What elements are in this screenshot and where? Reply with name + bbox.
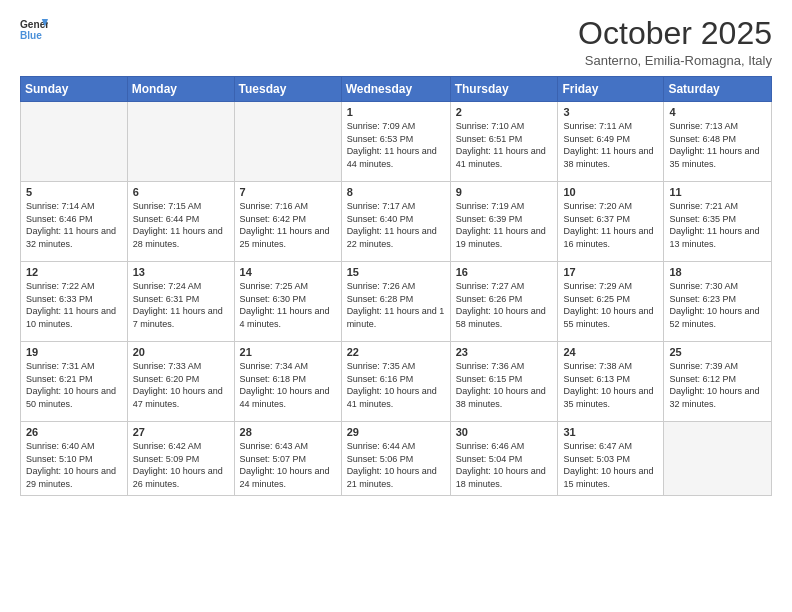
day-info: Sunrise: 7:39 AM Sunset: 6:12 PM Dayligh… [669,360,766,410]
calendar-cell: 10Sunrise: 7:20 AM Sunset: 6:37 PM Dayli… [558,182,664,262]
calendar-cell: 16Sunrise: 7:27 AM Sunset: 6:26 PM Dayli… [450,262,558,342]
calendar-cell: 22Sunrise: 7:35 AM Sunset: 6:16 PM Dayli… [341,342,450,422]
calendar-cell: 19Sunrise: 7:31 AM Sunset: 6:21 PM Dayli… [21,342,128,422]
day-number: 17 [563,266,658,278]
page-title: October 2025 [578,16,772,51]
col-thursday: Thursday [450,77,558,102]
day-info: Sunrise: 6:43 AM Sunset: 5:07 PM Dayligh… [240,440,336,490]
calendar-week-2: 5Sunrise: 7:14 AM Sunset: 6:46 PM Daylig… [21,182,772,262]
calendar-week-4: 19Sunrise: 7:31 AM Sunset: 6:21 PM Dayli… [21,342,772,422]
calendar-cell: 7Sunrise: 7:16 AM Sunset: 6:42 PM Daylig… [234,182,341,262]
calendar-cell: 31Sunrise: 6:47 AM Sunset: 5:03 PM Dayli… [558,422,664,495]
day-number: 28 [240,426,336,438]
logo-icon: General Blue [20,16,48,44]
calendar-cell: 20Sunrise: 7:33 AM Sunset: 6:20 PM Dayli… [127,342,234,422]
day-number: 7 [240,186,336,198]
calendar-cell: 13Sunrise: 7:24 AM Sunset: 6:31 PM Dayli… [127,262,234,342]
day-number: 1 [347,106,445,118]
calendar-cell [127,102,234,182]
day-info: Sunrise: 7:36 AM Sunset: 6:15 PM Dayligh… [456,360,553,410]
calendar-cell: 9Sunrise: 7:19 AM Sunset: 6:39 PM Daylig… [450,182,558,262]
day-info: Sunrise: 7:11 AM Sunset: 6:49 PM Dayligh… [563,120,658,170]
day-number: 4 [669,106,766,118]
calendar-cell: 12Sunrise: 7:22 AM Sunset: 6:33 PM Dayli… [21,262,128,342]
day-number: 3 [563,106,658,118]
day-number: 31 [563,426,658,438]
day-number: 6 [133,186,229,198]
day-info: Sunrise: 7:31 AM Sunset: 6:21 PM Dayligh… [26,360,122,410]
day-info: Sunrise: 7:26 AM Sunset: 6:28 PM Dayligh… [347,280,445,330]
day-number: 25 [669,346,766,358]
calendar-week-3: 12Sunrise: 7:22 AM Sunset: 6:33 PM Dayli… [21,262,772,342]
day-number: 26 [26,426,122,438]
col-wednesday: Wednesday [341,77,450,102]
day-info: Sunrise: 7:10 AM Sunset: 6:51 PM Dayligh… [456,120,553,170]
day-number: 13 [133,266,229,278]
calendar-cell: 25Sunrise: 7:39 AM Sunset: 6:12 PM Dayli… [664,342,772,422]
day-number: 23 [456,346,553,358]
day-number: 30 [456,426,553,438]
calendar-cell: 29Sunrise: 6:44 AM Sunset: 5:06 PM Dayli… [341,422,450,495]
day-info: Sunrise: 6:44 AM Sunset: 5:06 PM Dayligh… [347,440,445,490]
calendar-cell: 11Sunrise: 7:21 AM Sunset: 6:35 PM Dayli… [664,182,772,262]
col-monday: Monday [127,77,234,102]
calendar-cell: 14Sunrise: 7:25 AM Sunset: 6:30 PM Dayli… [234,262,341,342]
day-number: 2 [456,106,553,118]
day-number: 20 [133,346,229,358]
calendar-cell: 3Sunrise: 7:11 AM Sunset: 6:49 PM Daylig… [558,102,664,182]
calendar-table: Sunday Monday Tuesday Wednesday Thursday… [20,76,772,495]
day-info: Sunrise: 7:09 AM Sunset: 6:53 PM Dayligh… [347,120,445,170]
header: General Blue October 2025 Santerno, Emil… [20,16,772,68]
day-info: Sunrise: 7:17 AM Sunset: 6:40 PM Dayligh… [347,200,445,250]
day-number: 15 [347,266,445,278]
day-number: 5 [26,186,122,198]
calendar-cell [664,422,772,495]
page: General Blue October 2025 Santerno, Emil… [0,0,792,612]
col-sunday: Sunday [21,77,128,102]
page-subtitle: Santerno, Emilia-Romagna, Italy [578,53,772,68]
calendar-cell: 24Sunrise: 7:38 AM Sunset: 6:13 PM Dayli… [558,342,664,422]
calendar-cell: 8Sunrise: 7:17 AM Sunset: 6:40 PM Daylig… [341,182,450,262]
calendar-cell: 21Sunrise: 7:34 AM Sunset: 6:18 PM Dayli… [234,342,341,422]
day-info: Sunrise: 7:30 AM Sunset: 6:23 PM Dayligh… [669,280,766,330]
day-info: Sunrise: 7:25 AM Sunset: 6:30 PM Dayligh… [240,280,336,330]
day-info: Sunrise: 7:14 AM Sunset: 6:46 PM Dayligh… [26,200,122,250]
calendar-cell: 15Sunrise: 7:26 AM Sunset: 6:28 PM Dayli… [341,262,450,342]
calendar-cell: 5Sunrise: 7:14 AM Sunset: 6:46 PM Daylig… [21,182,128,262]
day-number: 22 [347,346,445,358]
calendar-cell: 2Sunrise: 7:10 AM Sunset: 6:51 PM Daylig… [450,102,558,182]
day-number: 9 [456,186,553,198]
day-number: 27 [133,426,229,438]
calendar-cell: 18Sunrise: 7:30 AM Sunset: 6:23 PM Dayli… [664,262,772,342]
day-info: Sunrise: 7:27 AM Sunset: 6:26 PM Dayligh… [456,280,553,330]
calendar-cell: 28Sunrise: 6:43 AM Sunset: 5:07 PM Dayli… [234,422,341,495]
day-number: 21 [240,346,336,358]
day-info: Sunrise: 6:42 AM Sunset: 5:09 PM Dayligh… [133,440,229,490]
day-number: 12 [26,266,122,278]
day-number: 18 [669,266,766,278]
calendar-cell: 4Sunrise: 7:13 AM Sunset: 6:48 PM Daylig… [664,102,772,182]
day-info: Sunrise: 6:47 AM Sunset: 5:03 PM Dayligh… [563,440,658,490]
day-info: Sunrise: 7:38 AM Sunset: 6:13 PM Dayligh… [563,360,658,410]
day-info: Sunrise: 7:20 AM Sunset: 6:37 PM Dayligh… [563,200,658,250]
calendar-header-row: Sunday Monday Tuesday Wednesday Thursday… [21,77,772,102]
calendar-cell [21,102,128,182]
day-number: 11 [669,186,766,198]
calendar-week-5: 26Sunrise: 6:40 AM Sunset: 5:10 PM Dayli… [21,422,772,495]
title-block: October 2025 Santerno, Emilia-Romagna, I… [578,16,772,68]
day-info: Sunrise: 7:13 AM Sunset: 6:48 PM Dayligh… [669,120,766,170]
day-number: 29 [347,426,445,438]
day-number: 8 [347,186,445,198]
calendar-cell: 6Sunrise: 7:15 AM Sunset: 6:44 PM Daylig… [127,182,234,262]
day-info: Sunrise: 7:21 AM Sunset: 6:35 PM Dayligh… [669,200,766,250]
day-info: Sunrise: 7:16 AM Sunset: 6:42 PM Dayligh… [240,200,336,250]
svg-text:Blue: Blue [20,30,42,41]
day-number: 24 [563,346,658,358]
col-tuesday: Tuesday [234,77,341,102]
day-number: 10 [563,186,658,198]
calendar-cell: 26Sunrise: 6:40 AM Sunset: 5:10 PM Dayli… [21,422,128,495]
calendar-cell: 17Sunrise: 7:29 AM Sunset: 6:25 PM Dayli… [558,262,664,342]
day-info: Sunrise: 7:22 AM Sunset: 6:33 PM Dayligh… [26,280,122,330]
calendar-cell: 27Sunrise: 6:42 AM Sunset: 5:09 PM Dayli… [127,422,234,495]
day-number: 16 [456,266,553,278]
